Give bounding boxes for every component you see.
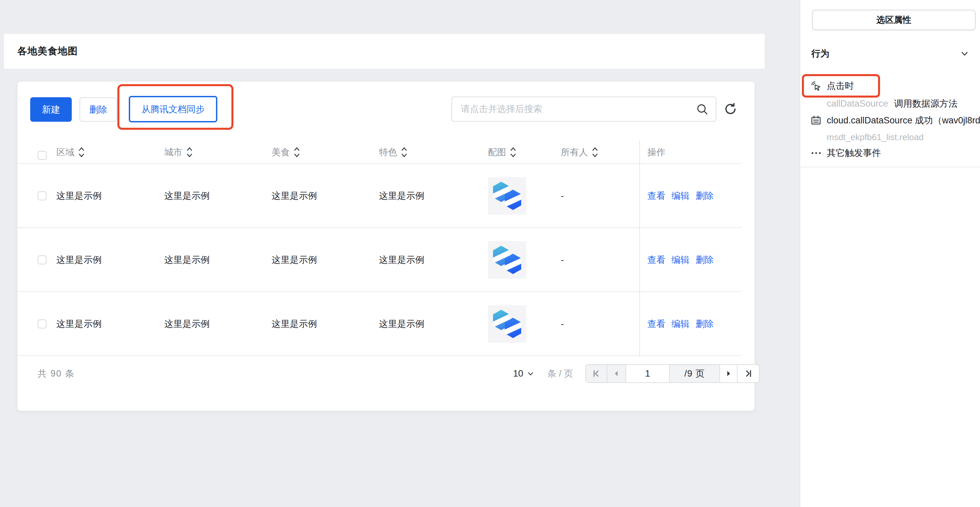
edit-link[interactable]: 编辑: [671, 190, 690, 202]
page-number-input[interactable]: [626, 365, 669, 382]
row-actions: 查看 编辑 删除: [647, 318, 714, 330]
delete-link[interactable]: 删除: [695, 318, 714, 330]
cell-owner: -: [561, 319, 564, 329]
last-page-icon: [743, 369, 753, 378]
table-row: 这里是示例 这里是示例 这里是示例 这里是示例 - 查看 编辑 删除: [18, 228, 741, 292]
data-method-icon: [810, 115, 822, 126]
cell-feature: 这里是示例: [379, 318, 424, 330]
total-count-label: 共 90 条: [38, 367, 75, 380]
row-checkbox[interactable]: [38, 319, 47, 328]
delete-button[interactable]: 删除: [80, 97, 117, 122]
cell-city: 这里是示例: [164, 190, 210, 202]
more-icon: [811, 151, 822, 154]
search-box[interactable]: [452, 97, 716, 122]
table-footer: 共 90 条 10 条 / 页: [18, 364, 741, 383]
view-link[interactable]: 查看: [647, 318, 665, 330]
next-page-button[interactable]: [720, 365, 738, 382]
weda-editor-canvas: 各地美食地图 新建 删除 从腾讯文档同步 区域: [0, 0, 980, 507]
fixed-column-divider: [639, 141, 640, 356]
search-icon[interactable]: [695, 103, 709, 116]
selection-properties-button[interactable]: 选区属性: [812, 10, 976, 30]
first-page-icon: [592, 369, 601, 378]
delete-link[interactable]: 删除: [695, 190, 714, 202]
cell-region: 这里是示例: [56, 318, 102, 330]
cell-feature: 这里是示例: [379, 254, 424, 266]
cursor-click-icon: [810, 80, 822, 92]
column-header-actions: 操作: [647, 146, 665, 158]
column-header-region: 区域: [56, 146, 85, 158]
page-number-segment: [626, 365, 670, 382]
chevron-down-icon[interactable]: [959, 49, 970, 59]
page-size-select[interactable]: 10: [513, 369, 535, 379]
behavior-section-header[interactable]: 行为: [811, 48, 970, 60]
sort-icon[interactable]: [78, 146, 85, 158]
event-item-on-success[interactable]: cloud.callDataSource 成功（wav0jl8rd…: [800, 111, 980, 130]
inspector-panel: 选区属性 行为 点击时 callDataSource调用数据源方法: [800, 0, 980, 507]
behavior-section-title: 行为: [811, 48, 829, 60]
cell-image-thumbnail[interactable]: [488, 241, 526, 279]
last-page-button[interactable]: [738, 365, 759, 382]
prev-page-icon: [612, 369, 621, 378]
row-checkbox[interactable]: [38, 191, 47, 200]
cell-owner: -: [561, 191, 564, 201]
table-row: 这里是示例 这里是示例 这里是示例 这里是示例 - 查看 编辑 删除: [18, 164, 741, 228]
table-row: 这里是示例 这里是示例 这里是示例 这里是示例 - 查看 编辑 删除: [18, 292, 741, 356]
delete-link[interactable]: 删除: [695, 254, 714, 266]
cell-image-thumbnail[interactable]: [488, 177, 526, 215]
column-header-city: 城市: [164, 146, 193, 158]
column-header-food: 美食: [272, 146, 301, 158]
page-title-bar: 各地美食地图: [4, 34, 765, 69]
cell-city: 这里是示例: [164, 318, 210, 330]
other-trigger-events[interactable]: 其它触发事件: [800, 143, 980, 162]
row-actions: 查看 编辑 删除: [647, 254, 714, 266]
event-item-on-click[interactable]: 点击时: [800, 76, 980, 95]
cloudbase-logo-icon: [492, 309, 522, 339]
cell-food: 这里是示例: [272, 254, 317, 266]
event-handler-call-datasource[interactable]: callDataSource调用数据源方法: [800, 94, 980, 113]
sort-icon[interactable]: [591, 146, 599, 158]
cloudbase-logo-icon: [492, 245, 522, 275]
row-actions: 查看 编辑 删除: [647, 190, 714, 202]
sort-icon[interactable]: [509, 146, 517, 158]
page-title: 各地美食地图: [18, 45, 78, 58]
sort-icon[interactable]: [401, 146, 408, 158]
first-page-button[interactable]: [586, 365, 608, 382]
view-link[interactable]: 查看: [647, 190, 665, 202]
cell-image-thumbnail[interactable]: [488, 305, 526, 343]
refresh-icon[interactable]: [723, 102, 738, 116]
prev-page-button[interactable]: [608, 365, 626, 382]
sort-icon[interactable]: [293, 146, 301, 158]
handler-description: 调用数据源方法: [894, 99, 958, 109]
per-page-label: 条 / 页: [547, 367, 573, 380]
column-header-image: 配图: [488, 146, 517, 158]
edit-link[interactable]: 编辑: [671, 254, 690, 266]
column-header-owner: 所有人: [561, 146, 599, 158]
row-checkbox[interactable]: [38, 255, 47, 264]
panel-divider: [800, 167, 980, 167]
edit-link[interactable]: 编辑: [671, 318, 690, 330]
next-page-icon: [724, 369, 733, 378]
new-button[interactable]: 新建: [30, 97, 72, 122]
data-table-card: 新建 删除 从腾讯文档同步 区域 城市: [18, 81, 755, 411]
cell-region: 这里是示例: [56, 254, 102, 266]
cloudbase-logo-icon: [492, 181, 522, 211]
handler-name: callDataSource: [827, 99, 888, 109]
cell-feature: 这里是示例: [379, 190, 424, 202]
sort-icon[interactable]: [186, 146, 193, 158]
search-input[interactable]: [452, 104, 695, 114]
cell-food: 这里是示例: [272, 190, 317, 202]
view-link[interactable]: 查看: [647, 254, 665, 266]
chevron-down-icon: [527, 370, 535, 378]
table-header: 区域 城市 美食 特色: [18, 141, 741, 164]
cell-city: 这里是示例: [164, 254, 210, 266]
column-header-feature: 特色: [379, 146, 408, 158]
pagination: /9 页: [585, 364, 760, 383]
cell-food: 这里是示例: [272, 318, 317, 330]
select-all-checkbox[interactable]: [38, 151, 47, 160]
total-pages-label: /9 页: [670, 365, 720, 382]
cell-owner: -: [561, 254, 564, 265]
cell-region: 这里是示例: [56, 190, 102, 202]
sync-from-tencent-docs-button[interactable]: 从腾讯文档同步: [129, 96, 217, 122]
